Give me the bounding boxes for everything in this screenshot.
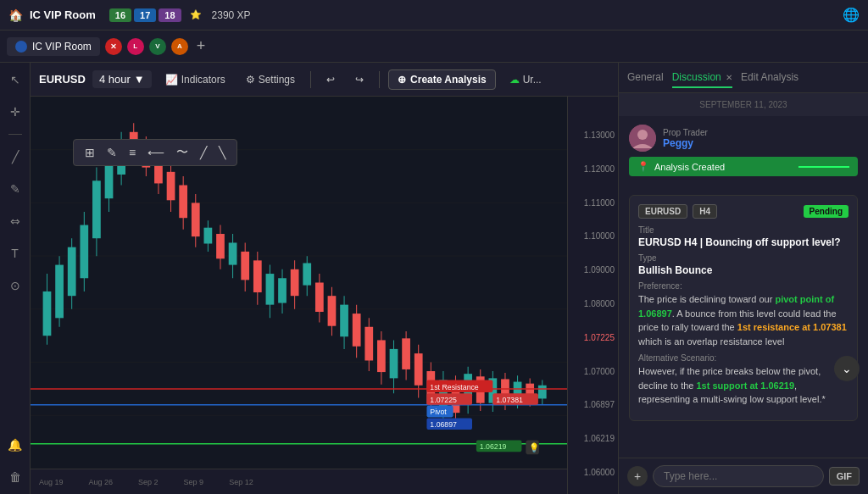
tab-general[interactable]: General — [627, 68, 664, 88]
title-label: Title — [638, 225, 849, 235]
room-tab-label: IC VIP Room — [32, 41, 92, 53]
pen-icon[interactable]: ✎ — [5, 179, 25, 199]
svg-point-107 — [637, 130, 648, 140]
tab-icon-orange[interactable]: A — [171, 38, 188, 55]
price-scale: 1.13000 1.12000 1.11000 1.10000 1.09000 … — [567, 97, 618, 494]
svg-text:1.06219: 1.06219 — [480, 442, 507, 451]
tab-icon-green[interactable]: V — [149, 38, 166, 55]
lines-draw-btn[interactable]: ≡ — [125, 144, 140, 161]
preference-text: The price is declining toward our pivot … — [638, 292, 849, 348]
svg-rect-52 — [315, 283, 324, 312]
pen-draw-btn[interactable]: ✎ — [103, 144, 121, 161]
tab-edit-analysis[interactable]: Edit Analysis — [741, 68, 798, 88]
measure-icon[interactable]: ⇔ — [5, 211, 25, 231]
svg-rect-46 — [278, 278, 287, 303]
tab-bar: IC VIP Room ✕ L V A + — [0, 31, 868, 63]
message-header: Prop Trader Peggy — [629, 125, 858, 152]
grid-draw-btn[interactable]: ⊞ — [81, 144, 99, 161]
svg-rect-34 — [204, 228, 213, 244]
chat-input[interactable] — [664, 470, 813, 482]
svg-rect-10 — [55, 265, 64, 319]
chat-input-wrapper — [653, 465, 824, 487]
badge-18: 18 — [159, 8, 181, 22]
svg-rect-30 — [179, 186, 187, 219]
wave-draw-btn[interactable]: 〜 — [172, 143, 192, 162]
indicators-button[interactable]: 📈 Indicators — [159, 71, 232, 88]
timeframe-chevron: ▼ — [134, 73, 145, 86]
tab-discussion-close[interactable]: ✕ — [726, 73, 732, 82]
svg-rect-32 — [192, 203, 200, 236]
svg-rect-50 — [303, 264, 311, 286]
price-1.06219: 1.06219 — [571, 434, 615, 443]
left-sidebar: ↖ ✛ ╱ ✎ ⇔ T ⊙ 🔔 🗑 — [0, 63, 31, 494]
chevron-down-icon: ⌄ — [842, 362, 852, 375]
price-1.06000: 1.06000 — [571, 468, 615, 477]
text-icon[interactable]: T — [5, 243, 25, 264]
title-value: EURUSD H4 | Bouncing off support level? — [638, 236, 849, 248]
node-icon[interactable]: ⊙ — [5, 275, 25, 296]
analysis-card: EURUSD H4 Pending Title EURUSD H4 | Boun… — [629, 195, 858, 421]
analysis-created-text: Analysis Created — [654, 162, 725, 172]
price-1.10: 1.10000 — [571, 231, 615, 241]
settings-button[interactable]: ⚙ Settings — [239, 71, 302, 88]
type-field: Type Bullish Bounce — [638, 253, 849, 276]
svg-rect-36 — [216, 234, 225, 258]
svg-rect-38 — [229, 242, 237, 264]
price-1.12: 1.12000 — [571, 164, 615, 174]
tab-icon-pink[interactable]: L — [127, 38, 144, 55]
analysis-created-badge: 📍 Analysis Created — [629, 157, 858, 176]
trash-icon[interactable]: 🗑 — [5, 467, 25, 487]
scroll-down-button[interactable]: ⌄ — [834, 356, 860, 381]
xp-value: 2390 XP — [212, 9, 251, 21]
date-separator: SEPTEMBER 11, 2023 — [619, 93, 868, 116]
svg-rect-64 — [390, 349, 398, 378]
unread-button[interactable]: ☁ Ur... — [503, 71, 548, 88]
gif-button[interactable]: GIF — [829, 467, 860, 486]
room-title: IC VIP Room — [30, 8, 96, 21]
alt-highlight-1: 1st support at 1.06219 — [697, 380, 795, 391]
cursor-icon[interactable]: ↖ — [5, 69, 25, 90]
diagonal-draw-btn[interactable]: ╲ — [214, 144, 230, 161]
price-1.07225: 1.07225 — [571, 333, 615, 342]
pin-icon: 📍 — [637, 161, 649, 172]
line-icon[interactable]: ╱ — [5, 147, 25, 167]
line2-draw-btn[interactable]: ╱ — [196, 144, 211, 161]
add-attachment-button[interactable]: + — [627, 466, 648, 486]
arrow-draw-btn[interactable]: ⟵ — [143, 144, 169, 161]
svg-rect-88 — [538, 386, 547, 399]
right-panel: General Discussion ✕ Edit Analysis SEPTE… — [618, 63, 868, 494]
undo-button[interactable]: ↩ — [320, 71, 342, 88]
svg-rect-68 — [415, 353, 423, 386]
svg-text:1.06897: 1.06897 — [430, 420, 457, 429]
create-analysis-label: Create Analysis — [410, 74, 487, 86]
indicators-icon: 📈 — [165, 74, 178, 86]
timeframe-selector[interactable]: 4 hour ▼ — [92, 70, 152, 88]
preference-field: Preference: The price is declining towar… — [638, 281, 849, 348]
globe-icon[interactable]: 🌐 — [843, 7, 860, 23]
price-1.09: 1.09000 — [571, 265, 615, 275]
room-tab[interactable]: IC VIP Room — [7, 37, 100, 56]
tag-h4: H4 — [693, 204, 717, 219]
redo-button[interactable]: ↪ — [348, 71, 370, 88]
message-role: Prop Trader — [663, 128, 708, 137]
time-aug19: Aug 19 — [39, 478, 64, 486]
create-analysis-button[interactable]: ⊕ Create Analysis — [388, 69, 496, 90]
chat-input-area: + GIF — [619, 458, 868, 494]
time-sep12: Sep 12 — [229, 478, 253, 486]
preference-highlight-2: 1st resistance at 1.07381 — [737, 322, 847, 332]
crosshair-icon[interactable]: ✛ — [5, 102, 25, 122]
drawing-toolbar: ⊞ ✎ ≡ ⟵ 〜 ╱ ╲ — [73, 139, 237, 166]
bell-icon[interactable]: 🔔 — [5, 435, 25, 455]
tag-eurusd: EURUSD — [638, 204, 687, 219]
svg-text:1.07381: 1.07381 — [496, 395, 523, 403]
add-tab-button[interactable]: + — [197, 37, 206, 55]
svg-text:1.07225: 1.07225 — [430, 395, 457, 403]
tab-discussion[interactable]: Discussion ✕ — [672, 68, 732, 88]
preference-text-1: The price is declining toward our — [638, 294, 775, 304]
tab-icon-red[interactable]: ✕ — [105, 38, 122, 55]
timeframe-label: 4 hour — [99, 73, 131, 86]
gear-icon: ⚙ — [246, 74, 255, 86]
svg-rect-44 — [266, 274, 275, 305]
price-1.07000: 1.07000 — [571, 367, 615, 376]
svg-rect-66 — [402, 338, 410, 369]
